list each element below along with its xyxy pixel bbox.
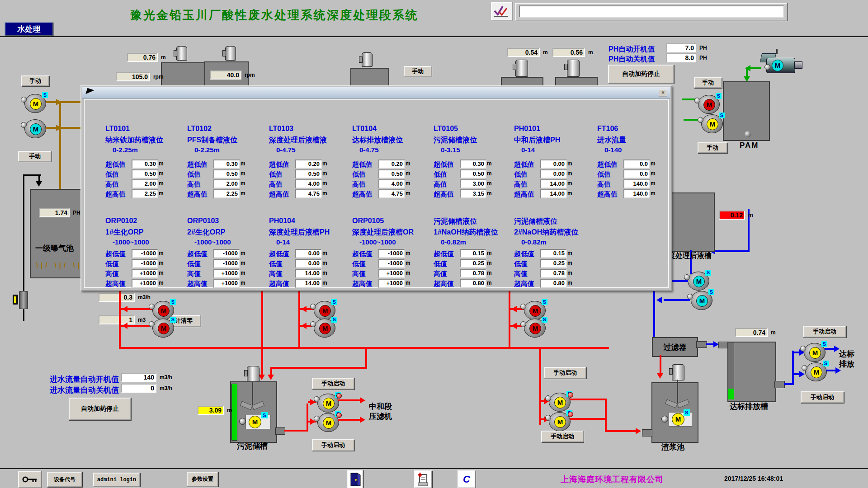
dialog-value-input[interactable]: 0.00 — [295, 259, 322, 268]
dialog-value-input[interactable]: 0.20 — [378, 160, 405, 169]
dialog-value-input[interactable]: 0.50 — [213, 169, 240, 178]
ph-off-readout[interactable]: 8.0 PH — [666, 53, 707, 62]
dialog-value-input[interactable]: 0.30 — [132, 160, 158, 169]
readout-value[interactable]: 7.0 — [666, 43, 696, 52]
dialog-value-input[interactable]: 4.00 — [295, 179, 322, 188]
key-button[interactable] — [18, 471, 42, 488]
dialog-value-input[interactable]: 0.15 — [460, 249, 486, 258]
dialog-value-input[interactable]: 14.00 — [540, 189, 567, 198]
manual-start-button-2[interactable]: 手动启动 — [312, 439, 354, 451]
auto-dose-stop-button-bottom[interactable]: 自动加药停止 — [69, 398, 131, 420]
discharge-pump-1[interactable]: M S — [804, 343, 826, 362]
dialog-value-input[interactable]: -1000 — [378, 249, 405, 258]
manual-start-button-3[interactable]: 手动启动 — [544, 367, 586, 379]
dialog-value-input[interactable]: 0.0 — [623, 160, 650, 169]
dialog-value-input[interactable]: 0.50 — [132, 169, 158, 178]
dialog-value-input[interactable]: 0.00 — [540, 169, 567, 178]
dialog-close-button[interactable]: ✕ — [659, 89, 667, 97]
dialog-titlebar[interactable]: ✕ — [82, 87, 670, 99]
dialog-value-input[interactable]: 0.0 — [623, 169, 650, 178]
manual-button-3[interactable]: 手动 — [404, 66, 432, 77]
dosing-pump-pair1-b[interactable]: MS — [152, 319, 174, 338]
transfer-pump-2[interactable]: M S — [691, 291, 712, 310]
dialog-value-input[interactable]: 0.50 — [378, 169, 405, 178]
manual-button-2[interactable]: 手动 — [18, 151, 52, 162]
dialog-value-input[interactable]: +1000 — [132, 279, 158, 288]
dialog-value-input[interactable]: 2.25 — [132, 189, 158, 198]
dialog-value-input[interactable]: 0.50 — [295, 169, 322, 178]
discharge-pump-2[interactable]: M S — [805, 362, 827, 381]
dialog-value-input[interactable]: 0.80 — [540, 279, 567, 288]
manual-start-button-4[interactable]: 手动启动 — [541, 431, 584, 442]
dialog-value-input[interactable]: 14.00 — [295, 279, 322, 288]
copyright-button[interactable]: C — [458, 470, 476, 488]
print-button[interactable] — [414, 470, 432, 488]
flow-on-readout[interactable]: 140 m3/h — [121, 373, 172, 382]
dialog-value-input[interactable]: 0.80 — [460, 279, 486, 288]
admin-login-button[interactable]: admini login — [93, 473, 140, 487]
device-code-button[interactable]: 设备代号 — [47, 472, 82, 487]
dialog-value-input[interactable]: 14.00 — [540, 179, 567, 188]
manual-button-5[interactable]: 手动 — [698, 142, 727, 153]
dialog-value-input[interactable]: 0.30 — [213, 160, 240, 169]
dialog-value-input[interactable]: 4.75 — [295, 189, 322, 198]
alarm-banner-field[interactable] — [519, 5, 784, 18]
dialog-value-input[interactable]: 0.78 — [460, 269, 486, 278]
dialog-value-input[interactable]: -1000 — [132, 259, 158, 268]
dialog-value-input[interactable]: 0.30 — [460, 160, 486, 169]
dialog-value-input[interactable]: 3.15 — [460, 189, 486, 198]
dialog-value-input[interactable]: -1000 — [132, 249, 158, 258]
transfer-pump-1[interactable]: M S — [688, 272, 709, 291]
dosing-pump-pair2-b[interactable]: MS — [314, 319, 335, 338]
sludge-pump-1[interactable]: M S — [317, 394, 339, 413]
dialog-value-input[interactable]: +1000 — [132, 269, 158, 278]
manual-start-button-5[interactable]: 手动启动 — [803, 326, 846, 338]
pam-pump-1[interactable]: M S — [698, 95, 720, 114]
dialog-value-input[interactable]: 0.78 — [540, 269, 567, 278]
dialog-value-input[interactable]: 14.00 — [295, 269, 322, 278]
dialog-value-input[interactable]: +1000 — [213, 269, 240, 278]
dialog-value-input[interactable]: 0.20 — [295, 160, 322, 169]
dialog-value-input[interactable]: +1000 — [378, 279, 405, 288]
param-set-button[interactable]: 参数设置 — [187, 472, 218, 487]
manual-start-button-1[interactable]: 手动启动 — [312, 378, 354, 389]
dialog-value-input[interactable]: +1000 — [213, 279, 240, 288]
manual-button-1[interactable]: 手动 — [21, 75, 49, 86]
dialog-value-input[interactable]: 4.75 — [378, 189, 405, 198]
dosing-pump-1[interactable]: M S — [24, 94, 46, 113]
manual-start-button-6[interactable]: 手动启动 — [801, 391, 844, 403]
dialog-value-input[interactable]: 3.00 — [460, 179, 486, 188]
readout-value[interactable]: 8.0 — [666, 53, 696, 62]
dialog-value-input[interactable]: 0.15 — [540, 249, 567, 258]
dialog-value-input[interactable]: +1000 — [378, 269, 405, 278]
tab-water-treatment[interactable]: 水处理 — [5, 22, 53, 36]
exit-button[interactable] — [347, 470, 363, 488]
dialog-value-input[interactable]: -1000 — [378, 259, 405, 268]
slurry-pump-1[interactable]: M S — [549, 393, 571, 412]
dialog-value-input[interactable]: -1000 — [213, 249, 240, 258]
parameter-dialog[interactable]: ✕ LT0101纳米铁加药槽液位0-2.25m超低值0.30m低值0.50m高值… — [80, 85, 672, 291]
pam-pump-2[interactable]: M S — [701, 114, 723, 133]
auto-dose-stop-button-top[interactable]: 自动加药停止 — [608, 65, 674, 84]
flow-off-readout[interactable]: 0 m3/h — [121, 384, 172, 393]
sludge-pump-2[interactable]: M S — [317, 413, 339, 432]
dialog-value-input[interactable]: 140.0 — [623, 189, 650, 198]
readout-value[interactable]: 0 — [121, 384, 156, 393]
dialog-value-input[interactable]: 0.25 — [540, 259, 567, 268]
dialog-value-input[interactable]: 2.00 — [132, 179, 158, 188]
dialog-value-input[interactable]: 140.0 — [623, 179, 650, 188]
dosing-pump-2[interactable]: M — [24, 119, 46, 138]
dialog-value-input[interactable]: 0.00 — [540, 160, 567, 169]
wizard-icon[interactable] — [491, 2, 513, 21]
slurry-pump-2[interactable]: M S — [549, 412, 571, 431]
dialog-value-input[interactable]: 4.00 — [378, 179, 405, 188]
dialog-value-input[interactable]: 2.00 — [213, 179, 240, 188]
readout-value[interactable]: 140 — [121, 373, 156, 382]
dialog-value-input[interactable]: 0.50 — [460, 169, 486, 178]
dialog-value-input[interactable]: 0.25 — [460, 259, 486, 268]
dialog-value-input[interactable]: -1000 — [213, 259, 240, 268]
dialog-value-input[interactable]: 0.00 — [295, 249, 322, 258]
dosing-pump-pair3-b[interactable]: MS — [524, 319, 546, 338]
ph-on-readout[interactable]: 7.0 PH — [666, 43, 707, 52]
manual-button-4[interactable]: 手动 — [694, 77, 722, 88]
